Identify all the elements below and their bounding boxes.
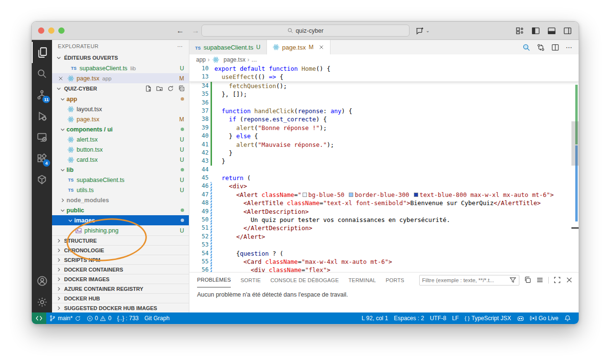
extensions-icon[interactable]: 4 [32,148,52,169]
tab-page.tsx[interactable]: page.tsxM [267,40,331,54]
toggle-primary-sidebar-icon[interactable] [531,26,540,35]
tree-item-page-tsx[interactable]: page.tsxM [52,114,189,124]
search-icon[interactable] [32,63,52,84]
tree-item-card-tsx[interactable]: card.tsxU [52,155,189,165]
back-icon[interactable]: ← [176,26,184,35]
git-status-badge [181,168,184,171]
section-chronologie[interactable]: CHRONOLOGIE [52,245,189,255]
status-item-utf-8[interactable]: UTF-8 [427,312,449,324]
tree-item-node-modules[interactable]: node_modules [52,195,189,205]
status-item-git-graph[interactable]: Git Graph [142,312,172,324]
ts-icon: TS [195,44,201,51]
minimize-window-icon[interactable] [48,27,54,34]
status-item[interactable] [561,312,574,324]
toggle-panel-icon[interactable] [547,26,556,35]
new-folder-icon[interactable] [156,85,163,92]
problems-message: Aucun problème n'a été détecté dans l'es… [189,287,579,298]
zoom-window-icon[interactable] [58,27,65,34]
tree-item-images[interactable]: images [52,215,189,225]
settings-gear-icon[interactable] [32,291,52,312]
tab-bar: TSsupabaseClient.tsUpage.tsxM ⋯ [189,40,579,54]
files-icon[interactable] [32,42,52,63]
status-item-lf[interactable]: LF [449,312,462,324]
tab-supabaseClient.ts[interactable]: TSsupabaseClient.tsU [189,40,267,54]
gutter-modified-indicator [209,233,214,241]
status-item[interactable] [514,312,527,324]
git-status-badge: U [180,146,184,153]
overview-ruler[interactable] [571,65,579,272]
search-editor-icon[interactable] [522,43,530,52]
status-item-0[interactable]: 00 [84,312,114,324]
maximize-panel-icon[interactable] [554,276,561,284]
panel-tab-ports[interactable]: PORTS [385,273,404,287]
customize-layout-icon[interactable] [516,26,524,35]
tree-item-layout-tsx[interactable]: layout.tsx [52,104,189,114]
close-window-icon[interactable] [38,27,44,34]
open-editors-header[interactable]: ÉDITEURS OUVERTS [52,52,189,63]
section-docker-hub[interactable]: DOCKER HUB [52,293,189,303]
remote-explorer-icon[interactable] [32,127,52,148]
tree-item-alert-tsx[interactable]: alert.tsxU [52,134,189,144]
refresh-icon[interactable] [167,85,174,92]
code-editor[interactable]: 10export default function Home() {13 use… [189,65,579,272]
view-as-table-icon[interactable] [536,276,543,284]
status-item-espaces-2[interactable]: Espaces : 2 [391,312,427,324]
chevron-down-icon [66,218,74,223]
tree-item-components-ui[interactable]: components / ui [52,124,189,134]
problems-filter[interactable] [419,275,519,286]
account-icon[interactable] [32,270,52,291]
panel-tab-console-de-débogage[interactable]: CONSOLE DE DÉBOGAGE [270,273,339,287]
close-icon[interactable] [318,44,324,50]
tree-item-button-tsx[interactable]: button.tsxU [52,144,189,155]
open-editor-item[interactable]: page.tsxappM [52,73,189,83]
command-center-search[interactable]: quiz-cyber [201,25,410,37]
panel-tab-sortie[interactable]: SORTIE [240,273,261,287]
copilot-chat-icon[interactable] [415,26,424,35]
collapse-all-icon[interactable] [178,85,185,92]
toggle-secondary-sidebar-icon[interactable] [563,26,572,35]
open-editor-item[interactable]: TSsupabaseClient.tslibU [52,63,189,73]
react-icon [66,136,75,143]
panel-tab-problèmes[interactable]: PROBLÈMES [197,273,231,287]
split-editor-icon[interactable] [551,43,559,52]
status-item--733[interactable]: {..} : 733 [114,312,142,324]
tree-item-lib[interactable]: lib [52,165,189,175]
tree-item-phishing-png[interactable]: phishing.pngU [52,225,189,235]
tree-item-public[interactable]: public [52,205,189,215]
tree-item-app[interactable]: app [52,94,189,104]
section-azure-container-registry[interactable]: AZURE CONTAINER REGISTRY [52,284,189,293]
open-changes-icon[interactable] [537,43,545,52]
status-item-main-[interactable]: main* [46,312,84,324]
more-actions-icon[interactable]: ⋯ [566,43,573,52]
source-control-icon[interactable]: 11 [32,84,52,105]
breadcrumb[interactable]: app› page.tsx› … [189,54,579,65]
section-structure[interactable]: STRUCTURE [52,235,189,245]
section-suggested-docker-hub-images[interactable]: SUGGESTED DOCKER HUB IMAGES [52,303,189,312]
run-debug-icon[interactable] [32,105,52,127]
tree-item-utils-ts[interactable]: TSutils.tsU [52,185,189,195]
status-item-l-92-col-1[interactable]: L 92, col 1 [359,312,391,324]
status-item-go-live[interactable]: Go Live [527,312,561,324]
close-icon[interactable] [58,76,64,81]
project-header[interactable]: QUIZ-CYBER [52,83,189,94]
remote-indicator[interactable] [32,312,46,324]
chevron-right-icon [55,286,63,292]
section-scripts-npm[interactable]: SCRIPTS NPM [52,255,189,264]
code-line: 40 } else { [189,132,579,140]
status-item-typescript-jsx[interactable]: { }TypeScript JSX [462,312,514,324]
more-actions-icon[interactable]: ⋯ [177,43,183,50]
new-file-icon[interactable] [145,85,152,92]
code-text: <Card className="max-w-4xl mx-auto mt-6"… [214,258,392,266]
section-docker-containers[interactable]: DOCKER CONTAINERS [52,264,189,274]
tree-item-supabaseclient-ts[interactable]: TSsupabaseClient.tsU [52,175,189,185]
panel-tab-terminal[interactable]: TERMINAL [348,273,376,287]
filter-input[interactable] [422,277,507,283]
line-number: 46 [189,182,209,190]
code-line: 49 <AlertDescription> [189,208,579,216]
section-docker-images[interactable]: DOCKER IMAGES [52,274,189,284]
close-panel-icon[interactable] [566,276,573,284]
group-by-icon[interactable] [524,276,531,284]
line-number: 55 [189,258,209,266]
docker-icon[interactable] [32,169,52,190]
chevron-down-icon[interactable]: ⌄ [426,28,430,33]
